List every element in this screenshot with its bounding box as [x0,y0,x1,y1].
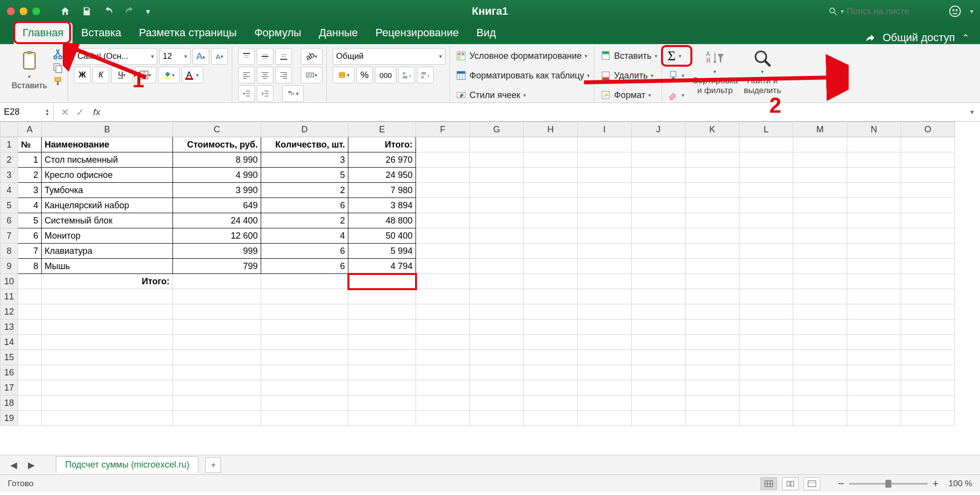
cell-B3[interactable]: Кресло офисное [42,168,173,183]
expand-formula-bar-icon[interactable]: ▼ [964,109,980,116]
zoom-slider[interactable] [849,483,928,485]
cell-A3[interactable]: 2 [18,168,42,183]
cell-N16[interactable] [847,365,901,380]
cell-M2[interactable] [793,152,847,168]
cell-E14[interactable] [348,335,416,350]
cell-G2[interactable] [470,152,524,168]
cell-N18[interactable] [847,396,901,411]
cell-K2[interactable] [686,152,739,168]
tab-formulas[interactable]: Формулы [245,23,310,44]
cell-J10[interactable] [632,274,686,289]
close-window[interactable] [7,7,15,15]
cell-H6[interactable] [524,213,578,228]
decrease-indent-button[interactable] [238,85,255,102]
cell-B7[interactable]: Монитор [42,228,173,244]
cell-E10[interactable] [348,274,416,289]
cell-B19[interactable] [42,411,173,426]
cell-E1[interactable]: Итого: [348,137,416,152]
row-header-12[interactable]: 12 [0,304,18,320]
sheet-tab-active[interactable]: Подсчет суммы (microexcel.ru) [56,456,198,473]
cell-C16[interactable] [173,365,261,380]
row-header-5[interactable]: 5 [0,198,18,213]
cell-A12[interactable] [18,304,42,320]
row-header-15[interactable]: 15 [0,350,18,365]
cell-E5[interactable]: 3 894 [348,198,416,213]
cell-A14[interactable] [18,335,42,350]
cell-I13[interactable] [578,320,632,335]
cell-I5[interactable] [578,198,632,213]
cell-O18[interactable] [901,396,955,411]
cell-M8[interactable] [793,244,847,259]
cell-B6[interactable]: Системный блок [42,213,173,228]
cell-I1[interactable] [578,137,632,152]
cell-E18[interactable] [348,396,416,411]
increase-decimal-button[interactable]: .0.00 [398,67,415,83]
align-left-button[interactable] [238,67,255,83]
share-button[interactable]: Общий доступ [882,31,955,44]
cell-F15[interactable] [416,350,470,365]
cell-L13[interactable] [739,320,793,335]
cell-O5[interactable] [901,198,955,213]
cell-L3[interactable] [739,168,793,183]
wrap-text-button[interactable]: ab ▾ [282,85,304,102]
cell-A16[interactable] [18,365,42,380]
tab-home[interactable]: Главная [14,23,73,44]
cell-J1[interactable] [632,137,686,152]
cell-J5[interactable] [632,198,686,213]
cell-M11[interactable] [793,289,847,304]
cell-N1[interactable] [847,137,901,152]
cell-G14[interactable] [470,335,524,350]
cell-K15[interactable] [686,350,739,365]
cell-E13[interactable] [348,320,416,335]
cell-L16[interactable] [739,365,793,380]
cell-M17[interactable] [793,380,847,396]
format-cells-button[interactable]: Формат▾ [600,87,657,103]
cell-F18[interactable] [416,396,470,411]
clear-button[interactable]: ▾ [668,87,685,103]
qat-customize-icon[interactable]: ▾ [146,7,150,16]
cell-E8[interactable]: 5 994 [348,244,416,259]
minimize-window[interactable] [20,7,27,15]
spreadsheet-grid[interactable]: ABCDEFGHIJKLMNO1№НаименованиеСтоимость, … [0,122,980,455]
cell-C5[interactable]: 649 [173,198,261,213]
cell-K14[interactable] [686,335,739,350]
cell-B2[interactable]: Стол письменный [42,152,173,168]
cell-C6[interactable]: 24 400 [173,213,261,228]
cell-K11[interactable] [686,289,739,304]
sort-filter-button[interactable]: АЯ ▾ Сортировка и фильтр [689,48,741,96]
cell-M10[interactable] [793,274,847,289]
cell-M14[interactable] [793,335,847,350]
cell-O13[interactable] [901,320,955,335]
cell-D4[interactable]: 2 [261,183,348,198]
cell-N14[interactable] [847,335,901,350]
cell-C7[interactable]: 12 600 [173,228,261,244]
cell-N4[interactable] [847,183,901,198]
cell-K7[interactable] [686,228,739,244]
cell-M4[interactable] [793,183,847,198]
cell-F12[interactable] [416,304,470,320]
cell-J8[interactable] [632,244,686,259]
cell-O3[interactable] [901,168,955,183]
cell-I12[interactable] [578,304,632,320]
fx-icon[interactable]: fx [93,107,100,118]
row-header-10[interactable]: 10 [0,274,18,289]
fill-button[interactable]: ▾ [668,68,685,83]
cell-F9[interactable] [416,259,470,274]
cell-L2[interactable] [739,152,793,168]
cell-K1[interactable] [686,137,739,152]
align-center-button[interactable] [257,67,273,83]
cell-N6[interactable] [847,213,901,228]
cell-G8[interactable] [470,244,524,259]
cell-C4[interactable]: 3 990 [173,183,261,198]
cell-G17[interactable] [470,380,524,396]
cell-I3[interactable] [578,168,632,183]
format-as-table-button[interactable]: Форматировать как таблицу▾ [456,68,590,83]
cell-A2[interactable]: 1 [18,152,42,168]
cell-N19[interactable] [847,411,901,426]
cell-C13[interactable] [173,320,261,335]
cell-A9[interactable]: 8 [18,259,42,274]
cell-L4[interactable] [739,183,793,198]
cell-C18[interactable] [173,396,261,411]
cell-D5[interactable]: 6 [261,198,348,213]
cell-M1[interactable] [793,137,847,152]
